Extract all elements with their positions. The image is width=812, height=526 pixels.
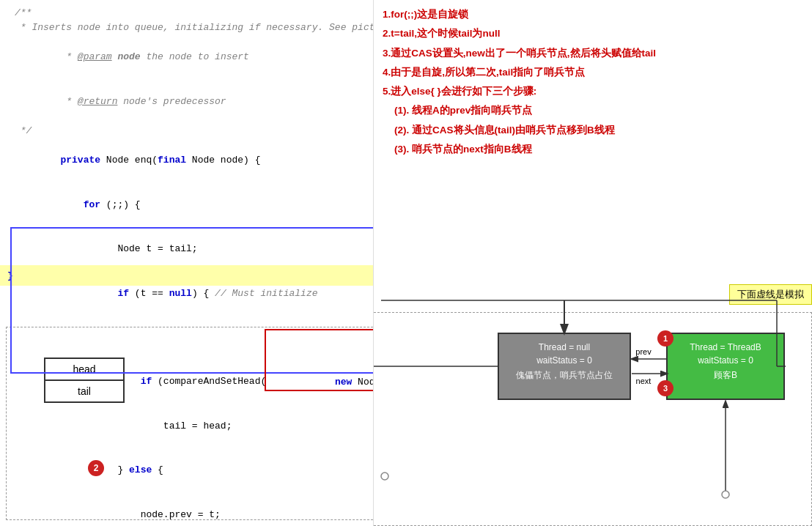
badge-2: 2 (88, 460, 104, 476)
head-cell: head (45, 359, 123, 381)
anno-3: 3.通过CAS设置头,new出了一个哨兵节点,然后将头赋值给tail (383, 45, 803, 62)
threadb-line1: Thread = ThreadB (690, 342, 761, 352)
comment-line-1: /** (7, 6, 373, 21)
main-container: /** * Inserts node into queue, initializ… (0, 0, 812, 526)
threadb-line2: waitStatus = 0 (697, 355, 753, 366)
head-label: head (73, 363, 95, 375)
anno-5: 5.进入else{ }会进行如下三个步骤: (383, 83, 803, 100)
sentinel-line3: 傀儡节点，哨兵节点占位 (516, 370, 613, 380)
svg-point-17 (381, 473, 388, 480)
sentinel-line1: Thread = null (539, 342, 590, 352)
anno-2: 2.t=tail,这个时候tail为null (383, 25, 803, 42)
anno-1: 1.for(;;)这是自旋锁 (383, 6, 803, 23)
dashed-border-left (6, 327, 373, 520)
diagram-svg: Thread = null waitStatus = 0 傀儡节点，哨兵节点占位… (374, 293, 812, 520)
anno-5-2: (2). 通过CAS将头信息(tail)由哨兵节点移到B线程 (383, 122, 803, 139)
method-signature: private Node enq(final Node node) { (7, 138, 373, 182)
closing-brace: } (7, 270, 13, 281)
svg-text:3: 3 (663, 384, 668, 393)
svg-point-12 (722, 491, 729, 498)
anno-5-1: (1). 线程A的prev指向哨兵节点 (383, 102, 803, 119)
left-diagram-area: head tail 2 (0, 299, 373, 526)
annotation-panel: 1.for(;;)这是自旋锁 2.t=tail,这个时候tail为null 3.… (374, 0, 812, 526)
sentinel-line2: waitStatus = 0 (536, 355, 592, 366)
comment-line-5: */ (7, 124, 373, 138)
head-tail-box: head tail (44, 358, 125, 403)
tail-cell: tail (45, 381, 123, 401)
code-panel: /** * Inserts node into queue, initializ… (0, 0, 374, 526)
annotations-text: 1.for(;;)这是自旋锁 2.t=tail,这个时候tail为null 3.… (374, 0, 812, 166)
svg-text:1: 1 (663, 334, 668, 343)
comment-line-2: * Inserts node into queue, initializing … (7, 21, 373, 35)
anno-4: 4.由于是自旋,所以第二次,tail指向了哨兵节点 (383, 64, 803, 81)
yellow-closing-bar: } (0, 265, 373, 286)
threadb-line3: 顾客B (714, 370, 737, 380)
svg-text:next: next (636, 377, 652, 385)
comment-line-4: * @return node's predecessor (7, 80, 373, 124)
svg-text:prev: prev (635, 347, 652, 356)
anno-5-3: (3). 哨兵节点的next指向B线程 (383, 141, 803, 158)
comment-line-3: * @param node the node to insert (7, 35, 373, 79)
tail-label: tail (78, 385, 91, 397)
for-loop-line: for (;;) { (7, 183, 373, 227)
